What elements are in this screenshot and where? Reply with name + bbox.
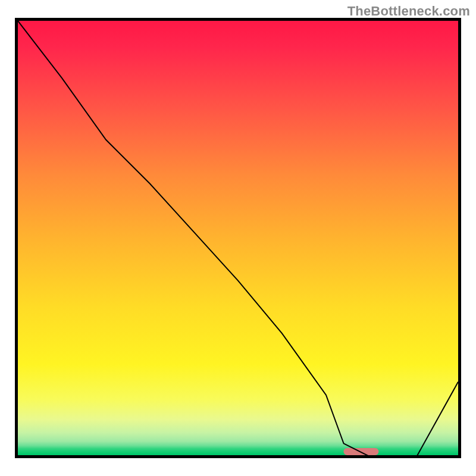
chart-container: TheBottleneck.com [0, 0, 476, 476]
bottleneck-curve [18, 21, 458, 458]
watermark-text: TheBottleneck.com [347, 4, 470, 19]
plot-frame [15, 18, 461, 458]
plot-inner [18, 21, 458, 455]
